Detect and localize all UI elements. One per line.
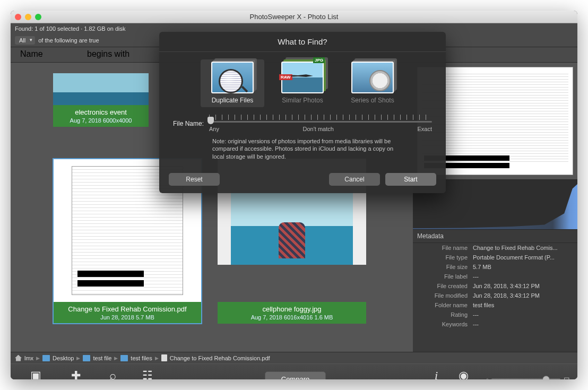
thumb-meta: Aug 7, 2018 6000x4000 (55, 117, 146, 124)
metadata-title: Metadata (413, 230, 577, 243)
metadata-rows: File nameChange to Fixed Rehab Comis...F… (413, 243, 577, 352)
metadata-key: File size (417, 264, 468, 270)
metadata-row: File typePortable Document Format (P... (413, 253, 577, 262)
metadata-value: Jun 28, 2018, 3:43:12 PM (473, 283, 573, 289)
zoom-track[interactable] (491, 378, 560, 379)
filter-scope-select[interactable]: All (15, 36, 35, 45)
thumb-image (231, 190, 353, 265)
chevron-right-icon: ▶ (36, 356, 40, 361)
magnifier-icon (211, 62, 254, 93)
modal-note: Note: original versions of photos import… (159, 132, 446, 168)
tab-similar-photos[interactable]: JPG Similar Photos (271, 59, 334, 107)
info-button[interactable]: i Info (432, 369, 441, 380)
raw-jpg-icon: JPG (281, 62, 324, 93)
breadcrumb-item[interactable]: Desktop (53, 355, 74, 361)
plus-icon: ✚ (71, 369, 81, 380)
window-title: PhotoSweeper X - Photo List (41, 13, 547, 21)
tab-label: Duplicate Files (212, 97, 254, 104)
metadata-row: File createdJun 28, 2018, 3:43:12 PM (413, 281, 577, 291)
media-browser-button[interactable]: ▣ Media Browser (18, 369, 54, 380)
breadcrumb-item[interactable]: test file (93, 355, 111, 361)
breadcrumb-item[interactable]: lmx (24, 355, 33, 361)
image-icon: ▣ (30, 369, 41, 380)
start-button[interactable]: Start (385, 173, 436, 186)
compare-button[interactable]: Compare (265, 371, 326, 379)
chevron-right-icon: ▶ (114, 356, 118, 361)
metadata-key: File type (417, 254, 468, 261)
clear-list-button[interactable]: ☷ Clear List (136, 369, 159, 380)
cancel-button[interactable]: Cancel (329, 173, 380, 186)
thumb-item[interactable]: electronics event Aug 7, 2018 6000x4000 (53, 73, 149, 127)
quick-look-button[interactable]: ◉ Quick Look (450, 369, 477, 380)
reset-button[interactable]: Reset (169, 173, 220, 186)
zoom-slider[interactable]: ▫ ◻ (486, 375, 570, 380)
home-icon[interactable] (15, 355, 22, 361)
what-to-find-modal: What to Find? Duplicate Files JPG Simila… (159, 32, 446, 193)
metadata-row: Folder nametest files (413, 300, 577, 310)
filename-slider[interactable]: Any Don't match Exact (209, 115, 432, 132)
thumb-name: Change to Fixed Rehab Comission.pdf (55, 305, 200, 313)
traffic-lights (15, 14, 41, 20)
thumb-image (53, 73, 149, 105)
stopwatch-icon (351, 62, 394, 93)
info-icon: i (435, 369, 438, 380)
metadata-row: File nameChange to Fixed Rehab Comis... (413, 243, 577, 253)
filter-field-select[interactable]: Name (20, 49, 84, 59)
metadata-key: File label (417, 273, 468, 280)
list-clear-icon: ☷ (142, 369, 153, 380)
metadata-row: File modifiedJun 28, 2018, 3:43:12 PM (413, 291, 577, 300)
metadata-row: Keywords--- (413, 319, 577, 329)
slider-exact: Exact (417, 126, 432, 132)
metadata-value: Portable Document Format (P... (473, 254, 573, 261)
thumb-name: cellphone foggy.jpg (220, 305, 364, 313)
titlebar: PhotoSweeper X - Photo List (11, 11, 577, 23)
metadata-value: Change to Fixed Rehab Comis... (473, 245, 573, 251)
tab-label: Series of Shots (351, 97, 394, 104)
metadata-key: File modified (417, 292, 468, 299)
thumb-meta: Aug 7, 2018 6016x4016 1.6 MB (220, 314, 364, 320)
filename-slider-row: File Name: Any Don't match Exact (159, 115, 446, 132)
metadata-value: --- (473, 311, 573, 318)
metadata-value: test files (473, 302, 573, 308)
metadata-value: --- (473, 321, 573, 327)
tab-label: Similar Photos (282, 97, 323, 104)
slider-mid: Don't match (303, 126, 334, 132)
folder-icon (83, 355, 90, 361)
folder-icon (42, 355, 50, 361)
zoom-max-icon: ◻ (564, 375, 570, 380)
file-icon (161, 354, 167, 361)
thumb-caption: Change to Fixed Rehab Comission.pdf Jun … (53, 302, 202, 324)
toolbar: ▣ Media Browser ✚ Add Folder ⌕ Find Phot… (11, 363, 577, 379)
tab-duplicate-files[interactable]: Duplicate Files (201, 59, 264, 107)
search-icon: ⌕ (109, 369, 116, 380)
breadcrumb-item[interactable]: Change to Fixed Rehab Comission.pdf (170, 355, 270, 361)
thumb-meta: Jun 28, 2018 5.7 MB (55, 314, 200, 320)
metadata-row: Rating--- (413, 310, 577, 319)
folder-icon (120, 355, 128, 361)
metadata-key: Folder name (417, 302, 468, 308)
minimize-window-icon[interactable] (25, 14, 31, 20)
metadata-row: File size5.7 MB (413, 262, 577, 272)
metadata-value: 5.7 MB (473, 264, 573, 270)
slider-any: Any (209, 126, 219, 132)
modal-title: What to Find? (159, 32, 446, 52)
thumb-name: electronics event (55, 108, 146, 116)
find-photos-button[interactable]: ⌕ Find Photos (99, 369, 127, 380)
filter-op-select[interactable]: begins with (87, 49, 135, 59)
metadata-key: File created (417, 283, 468, 289)
zoom-window-icon[interactable] (35, 14, 41, 20)
zoom-min-icon: ▫ (486, 376, 488, 379)
metadata-key: Rating (417, 311, 468, 318)
chevron-right-icon: ▶ (76, 356, 80, 361)
add-folder-button[interactable]: ✚ Add Folder (63, 369, 89, 380)
breadcrumb-item[interactable]: test files (131, 355, 152, 361)
thumb-caption: electronics event Aug 7, 2018 6000x4000 (53, 105, 149, 127)
metadata-value: --- (473, 273, 573, 280)
close-window-icon[interactable] (15, 14, 21, 20)
thumb-caption: cellphone foggy.jpg Aug 7, 2018 6016x401… (218, 302, 366, 324)
eye-icon: ◉ (459, 369, 469, 380)
slider-label: File Name: (173, 120, 204, 127)
tab-series-of-shots[interactable]: Series of Shots (341, 59, 404, 107)
compare-label: Compare (265, 371, 326, 379)
app-window: PhotoSweeper X - Photo List Found: 1 of … (11, 11, 577, 379)
